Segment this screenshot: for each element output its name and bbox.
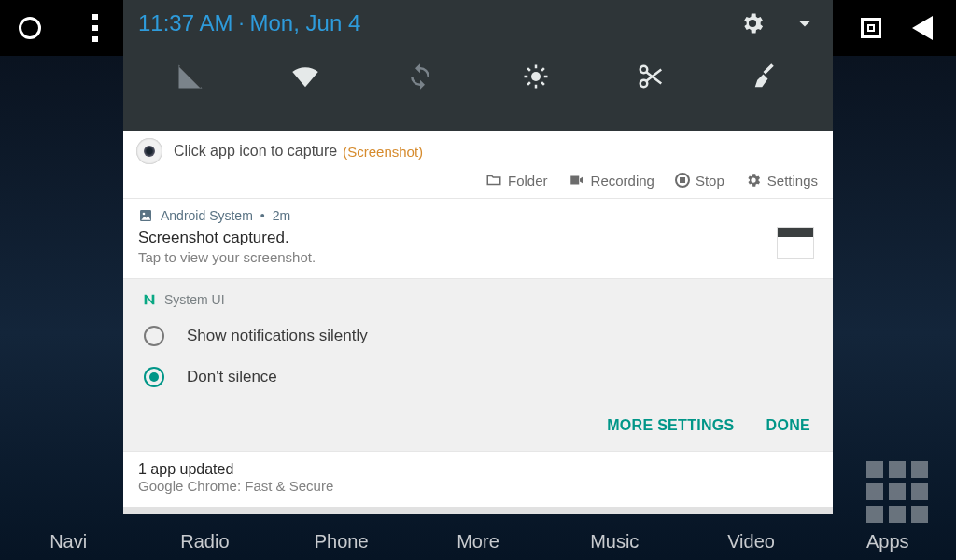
option-silent[interactable]: Show notifications silently [142,320,814,352]
brightness-icon [522,63,550,91]
wifi-icon [291,63,319,91]
cellular-signal-icon [176,63,204,91]
menu-dots-icon[interactable] [92,14,98,42]
settings-gear-icon[interactable] [739,10,766,36]
stop-icon [675,173,690,188]
radio-unselected-icon [144,326,164,346]
action-label: Recording [591,173,654,189]
svg-point-4 [143,213,146,216]
image-icon [138,208,153,223]
clock-date[interactable]: Mon, Jun 4 [250,10,361,36]
notification-age: 2m [273,208,290,223]
notification-separator: • [260,208,265,223]
dock-item-music[interactable]: Music [577,531,652,553]
option-dont-silence[interactable]: Don't silence [142,361,814,393]
gear-icon [745,172,762,189]
option-label: Don't silence [187,368,277,386]
apps-grid-icon[interactable] [866,461,928,523]
notification-shade[interactable]: 11:37 AM · Mon, Jun 4 [123,0,833,514]
qs-tile-signal[interactable] [172,58,209,95]
action-folder[interactable]: Folder [485,172,548,189]
qs-tile-sync[interactable] [401,58,439,95]
shade-grabber[interactable] [123,507,833,514]
action-recording[interactable]: Recording [569,172,654,189]
expand-chevron-icon[interactable] [792,10,818,36]
action-label: Stop [696,173,724,189]
notification-subtitle: Google Chrome: Fast & Secure [138,478,818,494]
svg-point-0 [531,72,541,81]
notification-screenshot[interactable]: Android System • 2m Screenshot captured.… [123,199,833,279]
screenshot-thumbnail[interactable] [777,227,814,259]
broom-icon [752,63,780,91]
notification-title: Screenshot captured. [138,229,818,247]
notification-screenrec[interactable]: Click app icon to capture (Screenshot) F… [123,131,833,199]
action-label: Folder [508,173,548,189]
notification-app-suffix: (Screenshot) [343,144,423,160]
dock-item-navi[interactable]: Navi [31,531,105,553]
dock: Navi Radio Phone More Music Video Apps [0,531,956,553]
dock-item-video[interactable]: Video [714,531,789,553]
qs-tile-screenshot[interactable] [632,58,669,95]
notification-play-update[interactable]: 1 app updated Google Chrome: Fast & Secu… [123,451,833,507]
quick-settings-panel: 11:37 AM · Mon, Jun 4 [123,0,833,131]
scissors-icon [637,63,665,91]
camera-lens-icon [136,138,162,164]
done-button[interactable]: DONE [766,417,810,434]
qs-tile-clean[interactable] [747,58,784,95]
option-label: Show notifications silently [187,327,368,345]
dock-item-apps[interactable]: Apps [851,531,925,553]
qs-tile-brightness[interactable] [517,58,555,95]
dock-item-phone[interactable]: Phone [304,531,379,553]
video-camera-icon [569,172,585,189]
more-settings-button[interactable]: MORE SETTINGS [607,417,734,434]
action-label: Settings [767,173,818,189]
clock-time[interactable]: 11:37 AM [138,10,232,36]
radio-selected-icon [144,367,164,387]
sync-icon [406,63,434,91]
dock-item-more[interactable]: More [441,531,515,553]
qs-tile-wifi[interactable] [287,58,324,95]
recent-apps-icon[interactable] [861,18,881,38]
home-circle-icon[interactable] [19,17,41,39]
notification-title: Click app icon to capture [174,143,337,160]
clock-separator: · [232,11,249,35]
android-n-icon [142,292,157,307]
dock-item-radio[interactable]: Radio [167,531,242,553]
action-stop[interactable]: Stop [675,172,724,189]
folder-icon [485,172,502,189]
back-icon[interactable] [912,16,933,40]
notification-title: 1 app updated [138,461,818,478]
controls-app-name: System UI [164,292,225,307]
notification-app-name: Android System [161,208,253,223]
notification-controls-panel: System UI Show notifications silently Do… [123,279,833,451]
action-settings[interactable]: Settings [745,172,818,189]
notification-subtitle: Tap to view your screenshot. [138,249,818,265]
